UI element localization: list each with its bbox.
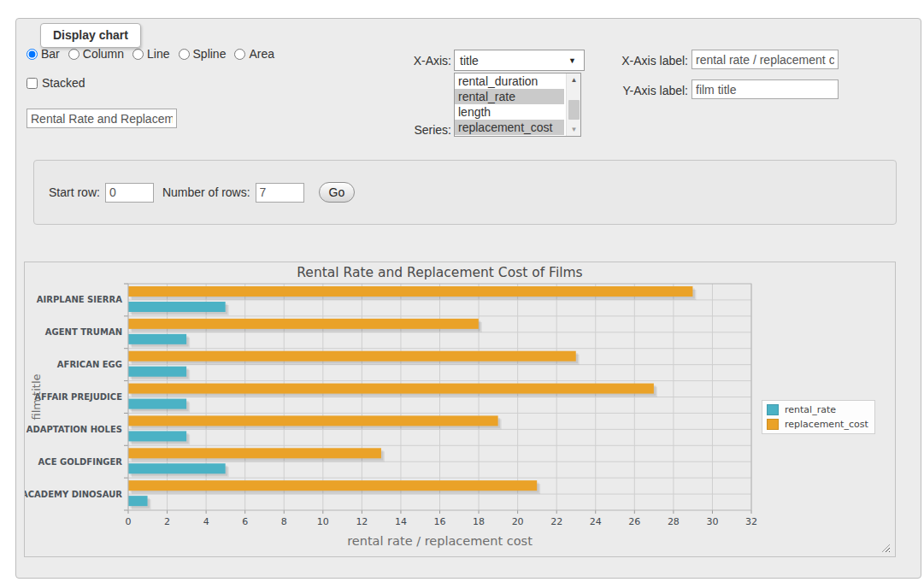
chart-type-radio-spline[interactable] <box>179 49 190 60</box>
svg-text:32: 32 <box>745 516 757 527</box>
scroll-down-icon[interactable]: ▼ <box>567 123 581 136</box>
stacked-option[interactable]: Stacked <box>26 76 85 90</box>
row-range-box: Start row: Number of rows: Go <box>33 160 897 225</box>
svg-text:30: 30 <box>706 516 718 527</box>
scroll-thumb[interactable] <box>568 100 580 120</box>
svg-text:0: 0 <box>126 516 132 527</box>
svg-text:ADAPTATION HOLES: ADAPTATION HOLES <box>26 425 122 434</box>
legend-label: rental_rate <box>785 404 836 415</box>
dropdown-arrow-icon: ▼ <box>568 56 584 65</box>
chart-type-radio-area[interactable] <box>234 49 245 60</box>
chart-type-option-area[interactable]: Area <box>234 47 274 61</box>
stacked-checkbox[interactable] <box>26 78 38 89</box>
start-row-label: Start row: <box>49 185 100 199</box>
svg-text:12: 12 <box>356 516 368 527</box>
x-axis-select-label: X-Axis: <box>383 54 451 68</box>
svg-text:AFFAIR PREJUDICE: AFFAIR PREJUDICE <box>34 392 122 402</box>
x-axis-label-field-label: X-Axis label: <box>597 54 688 68</box>
svg-text:AGENT TRUMAN: AGENT TRUMAN <box>45 327 122 337</box>
chart-type-radio-label: Area <box>249 47 274 61</box>
svg-text:26: 26 <box>628 516 640 527</box>
svg-text:6: 6 <box>242 516 248 527</box>
svg-text:10: 10 <box>317 516 329 527</box>
chart-type-radio-label: Line <box>147 47 169 61</box>
legend-item-rental_rate: rental_rate <box>767 404 868 415</box>
chart-type-radio-column[interactable] <box>68 49 79 60</box>
svg-text:film title: film title <box>30 373 43 420</box>
chart-type-radio-line[interactable] <box>132 49 144 60</box>
chart-container: 02468101214161820222426283032AIRPLANE SI… <box>24 262 896 557</box>
num-rows-label: Number of rows: <box>162 185 250 199</box>
legend-item-replacement_cost: replacement_cost <box>767 419 868 430</box>
series-listbox-label: Series: <box>383 123 451 137</box>
chart-type-radio-label: Bar <box>41 47 60 61</box>
series-option-length[interactable]: length <box>455 104 564 120</box>
series-option-rental_duration[interactable]: rental_duration <box>455 73 564 89</box>
svg-text:ACADEMY DINOSAUR: ACADEMY DINOSAUR <box>25 490 122 499</box>
chart-type-radio-group: BarColumnLineSplineArea <box>26 47 274 61</box>
chart-type-radio-label: Column <box>83 47 124 61</box>
stacked-label: Stacked <box>42 76 85 90</box>
panel-legend: Display chart <box>40 23 141 48</box>
num-rows-input[interactable] <box>256 183 304 203</box>
x-axis-label-input[interactable] <box>692 50 839 69</box>
svg-text:Rental Rate and Replacement Co: Rental Rate and Replacement Cost of Film… <box>297 265 582 280</box>
series-option-rental_rate[interactable]: rental_rate <box>455 89 564 104</box>
legend-swatch <box>767 404 779 415</box>
svg-text:14: 14 <box>395 516 407 527</box>
chart-type-option-line[interactable]: Line <box>132 47 169 61</box>
chart-type-option-spline[interactable]: Spline <box>179 47 227 61</box>
y-axis-label-input[interactable] <box>692 79 839 99</box>
listbox-scrollbar[interactable]: ▲ ▼ <box>566 73 580 136</box>
chart-type-option-bar[interactable]: Bar <box>26 47 60 61</box>
scroll-up-icon[interactable]: ▲ <box>567 73 581 86</box>
chart-type-option-column[interactable]: Column <box>68 47 124 61</box>
svg-text:24: 24 <box>590 516 602 527</box>
series-listbox[interactable]: rental_durationrental_ratelengthreplacem… <box>454 73 581 137</box>
svg-text:rental rate / replacement cost: rental rate / replacement cost <box>347 534 533 548</box>
legend-swatch <box>767 419 779 430</box>
series-option-replacement_cost[interactable]: replacement_cost <box>455 120 564 135</box>
chart-type-radio-label: Spline <box>193 47 227 61</box>
svg-text:18: 18 <box>473 516 485 527</box>
svg-text:2: 2 <box>164 516 170 527</box>
svg-text:22: 22 <box>550 516 562 527</box>
display-chart-panel: BarColumnLineSplineArea Stacked X-Axis: … <box>15 18 921 579</box>
svg-text:8: 8 <box>281 516 287 527</box>
svg-text:20: 20 <box>512 516 524 527</box>
legend-label: replacement_cost <box>785 419 868 430</box>
chart-title-input[interactable] <box>26 109 177 128</box>
svg-text:16: 16 <box>434 516 446 527</box>
start-row-input[interactable] <box>105 183 154 203</box>
svg-text:4: 4 <box>203 516 209 527</box>
series-options: rental_durationrental_ratelengthreplacem… <box>455 73 580 135</box>
svg-text:28: 28 <box>668 516 680 527</box>
svg-text:AIRPLANE SIERRA: AIRPLANE SIERRA <box>37 295 122 304</box>
y-axis-label-field-label: Y-Axis label: <box>597 84 688 97</box>
svg-text:ACE GOLDFINGER: ACE GOLDFINGER <box>38 457 123 467</box>
go-button[interactable]: Go <box>319 182 356 203</box>
x-axis-select[interactable]: title ▼ <box>454 50 585 71</box>
svg-text:AFRICAN EGG: AFRICAN EGG <box>57 360 122 369</box>
x-axis-selected-value: title <box>455 54 568 68</box>
chart-legend: rental_ratereplacement_cost <box>762 400 875 434</box>
chart-type-radio-bar[interactable] <box>26 49 38 60</box>
